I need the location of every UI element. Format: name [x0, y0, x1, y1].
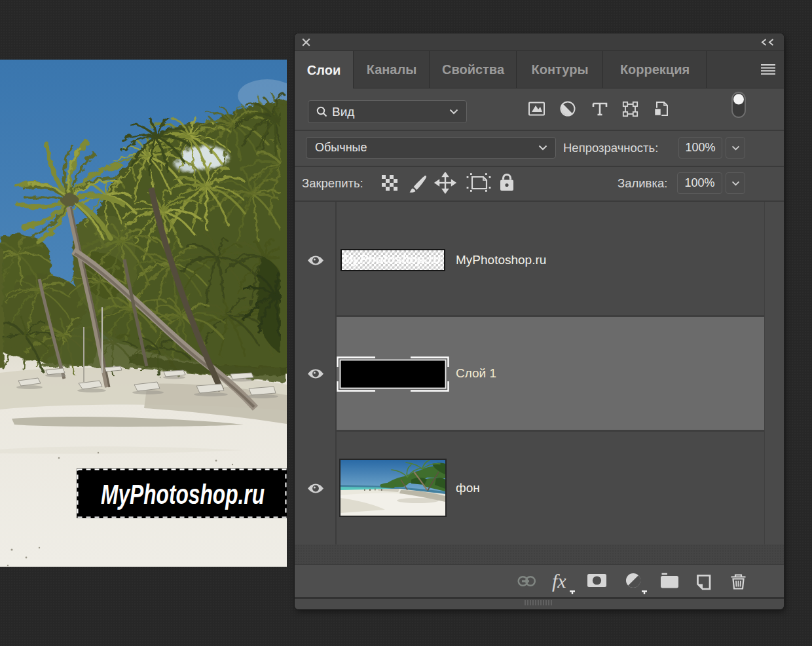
svg-text:fx: fx [552, 570, 566, 592]
svg-text:MyPhotoshop.ru: MyPhotoshop.ru [101, 478, 265, 510]
